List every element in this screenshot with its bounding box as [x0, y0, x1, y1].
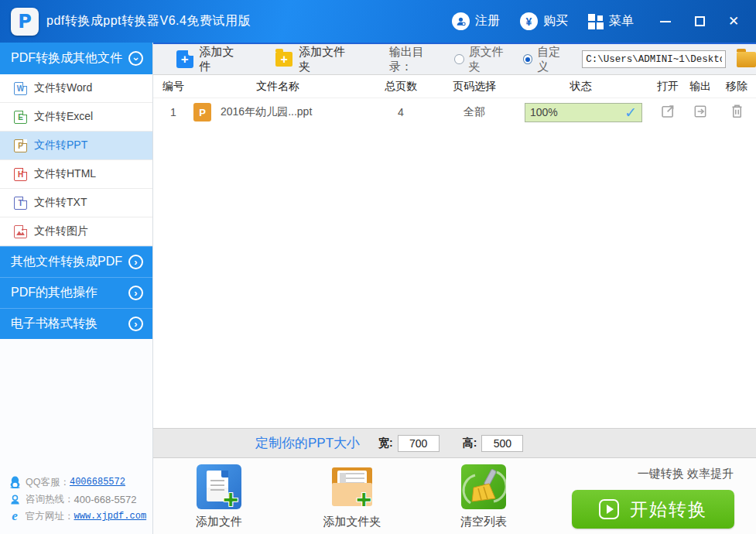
contact-block: QQ客服： 4006685572 咨询热线： 400-668-5572 e 官方…	[8, 474, 146, 525]
progress-bar: 100% ✓	[525, 103, 642, 122]
ppt-size-bar: 定制你的PPT大小 宽: 高:	[153, 428, 756, 458]
sidebar-item-label: 文件转Excel	[34, 110, 93, 124]
row-number: 1	[153, 106, 193, 118]
add-folder-big-button[interactable]: + 添加文件夹	[315, 464, 389, 529]
menu-button[interactable]: 菜单	[588, 13, 634, 29]
website-link[interactable]: www.xjpdf.com	[74, 511, 147, 522]
html-file-icon: H	[14, 168, 27, 181]
col-header-output: 输出	[683, 80, 717, 94]
sidebar-item-label: 文件转图片	[34, 224, 88, 238]
sidebar-item-to-html[interactable]: H 文件转HTML	[0, 160, 152, 189]
width-input[interactable]	[398, 435, 440, 452]
chevron-down-icon: ⌄	[128, 51, 143, 66]
maximize-button[interactable]	[688, 10, 711, 33]
qq-icon	[8, 476, 22, 488]
qq-link[interactable]: 4006685572	[70, 477, 125, 488]
menu-grid-icon	[588, 14, 604, 29]
radio-original-label: 原文件夹	[469, 45, 512, 74]
window-title: pdf转换成ppt转换器V6.4免费试用版	[46, 13, 251, 29]
sidebar-section-pdf-other-ops[interactable]: PDF的其他操作 ›	[0, 277, 152, 308]
radio-custom-label: 自定义	[537, 45, 570, 74]
chevron-right-icon: ›	[128, 255, 143, 269]
sidebar-item-to-excel[interactable]: E 文件转Excel	[0, 103, 152, 132]
sidebar-section-ebook-convert[interactable]: 电子书格式转换 ›	[0, 308, 152, 339]
chevron-right-icon: ›	[128, 317, 143, 331]
hotline-number: 400-668-5572	[74, 494, 137, 505]
close-button[interactable]: ✕	[722, 10, 745, 33]
sidebar-item-label: 文件转HTML	[34, 167, 96, 181]
add-folder-button[interactable]: + 添加文件夹	[275, 45, 354, 74]
word-file-icon: W	[14, 82, 27, 95]
buy-button[interactable]: ¥ 购买	[520, 12, 568, 30]
output-file-icon[interactable]	[693, 104, 708, 119]
sidebar-item-to-image[interactable]: 文件转图片	[0, 217, 152, 246]
hotline-label: 咨询热线：	[26, 493, 74, 506]
radio-checked-icon	[523, 54, 532, 64]
start-convert-label: 开始转换	[630, 498, 707, 522]
add-file-label: 添加文件	[200, 45, 243, 74]
buy-label: 购买	[543, 13, 568, 29]
sidebar-section-other-to-pdf[interactable]: 其他文件转换成PDF ›	[0, 246, 152, 277]
add-folder-big-label: 添加文件夹	[315, 515, 389, 529]
add-folder-icon: +	[275, 52, 293, 67]
total-pages-value: 4	[362, 106, 440, 118]
col-header-status: 状态	[509, 80, 652, 94]
radio-custom[interactable]: 自定义	[523, 45, 570, 74]
title-bar: P pdf转换成ppt转换器V6.4免费试用版 注册 ¥ 购买 菜单 ✕	[0, 0, 756, 43]
clear-list-broom-icon	[461, 464, 506, 509]
sidebar-item-to-word[interactable]: W 文件转Word	[0, 74, 152, 103]
height-label: 高:	[463, 436, 477, 450]
sidebar-item-to-txt[interactable]: T 文件转TXT	[0, 189, 152, 217]
height-input[interactable]	[481, 435, 523, 452]
add-folder-big-icon: +	[330, 464, 375, 509]
output-path-input[interactable]	[582, 50, 725, 68]
qq-label: QQ客服：	[26, 476, 70, 489]
add-folder-label: 添加文件夹	[299, 45, 353, 74]
user-icon	[452, 12, 470, 30]
radio-unchecked-icon	[454, 54, 464, 64]
txt-file-icon: T	[14, 197, 27, 210]
clear-list-button[interactable]: 清空列表	[446, 464, 521, 529]
app-logo-icon: P	[11, 8, 39, 36]
section-label: PDF的其他操作	[11, 285, 97, 301]
chevron-right-icon: ›	[128, 286, 143, 300]
image-file-icon	[14, 225, 27, 238]
trash-icon[interactable]	[730, 103, 744, 119]
col-header-number: 编号	[153, 80, 193, 94]
browse-folder-icon[interactable]	[737, 52, 756, 67]
sidebar-item-label: 文件转Word	[34, 81, 92, 95]
sidebar: PDF转换成其他文件 ⌄ W 文件转Word E 文件转Excel P 文件转P…	[0, 43, 153, 534]
minimize-button[interactable]	[654, 10, 677, 33]
sidebar-section-pdf-to-other[interactable]: PDF转换成其他文件 ⌄	[0, 43, 152, 74]
col-header-filename: 文件名称	[193, 80, 362, 94]
page-select-value[interactable]: 全部	[440, 105, 509, 119]
file-name: 2016年幼儿园...ppt	[221, 105, 312, 119]
add-file-big-label: 添加文件	[182, 515, 256, 529]
width-label: 宽:	[378, 436, 393, 450]
register-label: 注册	[475, 13, 500, 29]
menu-label: 菜单	[609, 13, 634, 29]
radio-original-folder[interactable]: 原文件夹	[454, 45, 511, 74]
start-convert-button[interactable]: 开始转换	[572, 490, 734, 529]
ie-browser-icon: e	[8, 508, 22, 524]
website-label: 官方网址：	[26, 510, 74, 523]
col-header-open: 打开	[652, 80, 683, 94]
play-icon	[599, 499, 619, 519]
ppt-size-title: 定制你的PPT大小	[255, 434, 360, 452]
section-label: 电子书格式转换	[11, 316, 97, 332]
add-file-icon: +	[176, 50, 193, 68]
add-file-big-icon: +	[197, 464, 241, 509]
check-icon: ✓	[624, 104, 637, 122]
bottom-panel: + 添加文件 + 添加文件夹 清空列表 一键转换 效率提升	[153, 458, 756, 534]
sidebar-item-to-ppt[interactable]: P 文件转PPT	[0, 132, 152, 160]
slogan-text: 一键转换 效率提升	[638, 467, 734, 481]
yen-icon: ¥	[520, 12, 538, 30]
progress-value: 100%	[530, 106, 558, 118]
add-file-button[interactable]: + 添加文件	[176, 45, 243, 74]
col-header-remove: 移除	[717, 80, 756, 94]
ppt-file-badge-icon: P	[193, 103, 211, 122]
add-file-big-button[interactable]: + 添加文件	[182, 464, 256, 529]
ppt-file-icon: P	[14, 139, 27, 152]
register-button[interactable]: 注册	[452, 12, 500, 30]
open-file-icon[interactable]	[660, 103, 676, 119]
